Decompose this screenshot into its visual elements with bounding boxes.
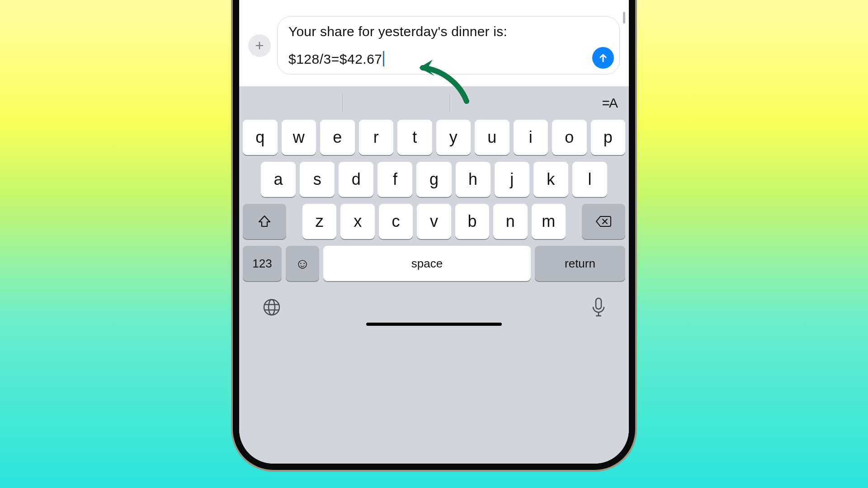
plus-icon: + [255, 37, 264, 54]
suggestion-bar: =A [243, 86, 625, 120]
key-p[interactable]: p [591, 120, 626, 155]
text-caret [383, 51, 384, 66]
numbers-key[interactable]: 123 [243, 246, 282, 281]
home-indicator[interactable] [366, 323, 502, 326]
message-line-2: $128/3=$42.67 [288, 52, 382, 67]
key-d[interactable]: d [339, 162, 373, 197]
key-x[interactable]: x [340, 204, 374, 239]
key-l[interactable]: l [572, 162, 607, 197]
send-button[interactable] [592, 47, 614, 69]
phone-frame: + Your share for yesterday's dinner is: … [233, 0, 635, 470]
key-a[interactable]: a [261, 162, 296, 197]
shift-key[interactable] [243, 204, 286, 239]
key-b[interactable]: b [455, 204, 489, 239]
key-s[interactable]: s [300, 162, 335, 197]
keyboard: =A q w e r t y u i o p a s d [239, 86, 629, 464]
key-f[interactable]: f [377, 162, 412, 197]
arrow-up-icon [598, 52, 609, 63]
key-v[interactable]: v [417, 204, 451, 239]
keyboard-row-3: z x c v b n m [243, 204, 625, 239]
key-k[interactable]: k [533, 162, 568, 197]
compose-area: + Your share for yesterday's dinner is: … [239, 7, 629, 86]
keyboard-bottom-bar [243, 288, 625, 333]
keyboard-row-1: q w e r t y u i o p [243, 120, 625, 155]
svg-rect-2 [596, 298, 601, 309]
space-key[interactable]: space [323, 246, 531, 281]
key-m[interactable]: m [532, 204, 566, 239]
emoji-key[interactable]: ☺ [286, 246, 319, 281]
return-key[interactable]: return [535, 246, 625, 281]
message-input[interactable]: Your share for yesterday's dinner is: $1… [277, 16, 620, 75]
suggestion-separator [342, 94, 343, 113]
globe-icon[interactable] [262, 297, 282, 319]
shift-icon [258, 215, 271, 228]
delete-key[interactable] [582, 204, 625, 239]
key-g[interactable]: g [416, 162, 451, 197]
screen: + Your share for yesterday's dinner is: … [239, 0, 629, 464]
key-y[interactable]: y [436, 120, 471, 155]
key-o[interactable]: o [552, 120, 587, 155]
key-h[interactable]: h [456, 162, 491, 197]
keyboard-row-4: 123 ☺ space return [243, 246, 625, 281]
keyboard-row-2: a s d f g h j k l [243, 162, 625, 197]
svg-point-0 [264, 300, 279, 315]
emoji-icon: ☺ [295, 255, 310, 272]
microphone-icon[interactable] [591, 297, 606, 319]
add-button[interactable]: + [248, 34, 271, 57]
key-u[interactable]: u [475, 120, 509, 155]
svg-point-1 [269, 300, 275, 315]
delete-icon [595, 215, 612, 228]
key-t[interactable]: t [397, 120, 432, 155]
key-r[interactable]: r [359, 120, 394, 155]
message-line-1: Your share for yesterday's dinner is: [288, 24, 588, 39]
key-j[interactable]: j [495, 162, 529, 197]
key-c[interactable]: c [379, 204, 413, 239]
scroll-indicator [623, 12, 625, 23]
phone-bezel: + Your share for yesterday's dinner is: … [233, 0, 635, 470]
key-z[interactable]: z [302, 204, 336, 239]
key-w[interactable]: w [282, 120, 316, 155]
key-n[interactable]: n [493, 204, 527, 239]
key-i[interactable]: i [514, 120, 548, 155]
text-format-icon[interactable]: =A [602, 95, 617, 111]
suggestion-separator [449, 94, 450, 113]
key-e[interactable]: e [320, 120, 355, 155]
key-q[interactable]: q [243, 120, 278, 155]
